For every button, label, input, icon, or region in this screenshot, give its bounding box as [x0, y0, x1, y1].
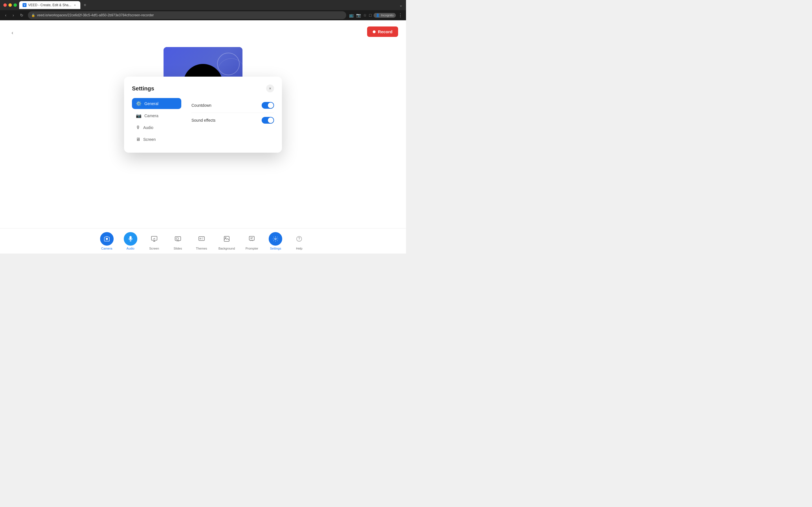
record-button[interactable]: Record: [367, 26, 398, 37]
camera-toolbar-label: Camera: [101, 247, 112, 250]
minimize-window-button[interactable]: [8, 3, 12, 7]
settings-nav-audio-label: Audio: [143, 125, 153, 130]
back-nav-button[interactable]: ‹: [3, 12, 8, 18]
maximize-window-button[interactable]: [13, 3, 17, 7]
tab-close-button[interactable]: ×: [73, 3, 77, 7]
back-button[interactable]: ‹: [8, 28, 17, 37]
microphone-settings-icon: 🎙: [136, 125, 140, 130]
settings-toolbar-icon: [269, 232, 282, 245]
camera-toolbar-icon: [100, 232, 114, 245]
modal-header: Settings ×: [132, 84, 274, 93]
title-bar: V VEED - Create, Edit & Sha... × + ⌄: [0, 0, 406, 10]
slides-toolbar-label: Slides: [174, 247, 182, 250]
camera-settings-icon: 📷: [136, 113, 142, 118]
browser-toolbar-icons: 📺 📷 ☆ □ 👤 Incognito ⋮: [349, 13, 403, 18]
tab-title: VEED - Create, Edit & Sha...: [28, 3, 71, 7]
gear-icon: ⚙️: [136, 101, 142, 106]
countdown-toggle[interactable]: [262, 102, 274, 109]
incognito-label: Incognito: [381, 13, 394, 17]
settings-nav-camera[interactable]: 📷 Camera: [132, 110, 181, 121]
settings-nav-audio[interactable]: 🎙 Audio: [132, 122, 181, 133]
bookmark-icon[interactable]: ☆: [363, 13, 367, 17]
toolbar-item-screen[interactable]: Screen: [143, 230, 165, 252]
background-toolbar-label: Background: [218, 247, 235, 250]
toolbar-item-prompter[interactable]: Prompter: [241, 230, 263, 252]
incognito-avatar: 👤: [376, 13, 380, 17]
toolbar-item-camera[interactable]: Camera: [96, 230, 118, 252]
countdown-label: Countdown: [192, 103, 211, 108]
svg-point-13: [275, 238, 276, 240]
settings-nav-screen-label: Screen: [143, 137, 156, 142]
countdown-setting-row: Countdown: [192, 98, 274, 113]
modal-close-button[interactable]: ×: [266, 84, 274, 93]
toolbar-item-slides[interactable]: Slides: [167, 230, 189, 252]
url-text: veed.io/workspaces/22ce6d2f-38c5-4df1-a8…: [37, 13, 343, 17]
tab-favicon: V: [22, 3, 27, 7]
toolbar-item-themes[interactable]: Themes: [190, 230, 213, 252]
forward-nav-button[interactable]: ›: [11, 12, 16, 18]
app-area: ‹ Record Settings × ⚙️ General �: [0, 20, 406, 253]
help-toolbar-label: Help: [296, 247, 303, 250]
sound-effects-label: Sound effects: [192, 118, 215, 122]
settings-nav-camera-label: Camera: [144, 114, 158, 118]
themes-toolbar-icon: [195, 232, 208, 245]
prompter-toolbar-icon: [245, 232, 259, 245]
modal-sidebar: ⚙️ General 📷 Camera 🎙 Audio 🖥 Screen: [132, 98, 181, 145]
camera-browser-icon[interactable]: 📷: [356, 13, 361, 17]
modal-body: ⚙️ General 📷 Camera 🎙 Audio 🖥 Screen: [132, 98, 274, 145]
settings-toolbar-label: Settings: [270, 247, 281, 250]
chevron-left-icon: ‹: [11, 30, 13, 36]
screen-settings-icon: 🖥: [136, 137, 140, 142]
slides-toolbar-icon: [171, 232, 185, 245]
prompter-toolbar-label: Prompter: [246, 247, 258, 250]
svg-rect-6: [199, 237, 204, 240]
toolbar-item-audio[interactable]: Audio: [119, 230, 142, 252]
settings-nav-general[interactable]: ⚙️ General: [132, 98, 181, 109]
new-tab-button[interactable]: +: [82, 3, 89, 8]
themes-toolbar-label: Themes: [196, 247, 207, 250]
screen-toolbar-icon: [147, 232, 161, 245]
toolbar-item-background[interactable]: Background: [214, 230, 240, 252]
traffic-lights: [3, 3, 17, 7]
address-bar-row: ‹ › ↻ 🔒 veed.io/workspaces/22ce6d2f-38c5…: [0, 10, 406, 20]
screen-toolbar-label: Screen: [149, 247, 159, 250]
record-label: Record: [378, 29, 393, 34]
settings-modal: Settings × ⚙️ General 📷 Camera 🎙 Audio: [124, 76, 282, 153]
bottom-toolbar: Camera Audio Screen: [0, 228, 406, 253]
browser-chrome: V VEED - Create, Edit & Sha... × + ⌄ ‹ ›…: [0, 0, 406, 20]
modal-title: Settings: [132, 86, 154, 92]
svg-point-15: [299, 240, 300, 241]
svg-rect-4: [175, 237, 181, 240]
svg-point-0: [106, 238, 108, 240]
more-options-button[interactable]: ⋮: [398, 13, 403, 18]
help-toolbar-icon: [292, 232, 306, 245]
cast-icon[interactable]: 📺: [349, 13, 354, 17]
close-window-button[interactable]: [3, 3, 7, 7]
reload-button[interactable]: ↻: [18, 12, 25, 18]
sound-effects-setting-row: Sound effects: [192, 113, 274, 128]
svg-point-7: [200, 238, 201, 239]
reading-list-icon[interactable]: □: [369, 13, 371, 17]
svg-rect-5: [176, 238, 179, 239]
record-dot-icon: [373, 31, 375, 33]
toolbar-item-help[interactable]: Help: [288, 230, 310, 252]
modal-content-area: Countdown Sound effects: [187, 98, 274, 145]
tab-bar: V VEED - Create, Edit & Sha... × +: [19, 1, 397, 9]
address-bar[interactable]: 🔒 veed.io/workspaces/22ce6d2f-38c5-4df1-…: [28, 11, 346, 19]
toolbar-item-settings[interactable]: Settings: [264, 230, 287, 252]
lock-icon: 🔒: [31, 13, 35, 17]
svg-rect-3: [151, 236, 157, 240]
incognito-indicator: 👤 Incognito: [373, 13, 396, 18]
svg-point-9: [225, 237, 226, 238]
settings-nav-screen[interactable]: 🖥 Screen: [132, 134, 181, 145]
audio-toolbar-icon: [124, 232, 137, 245]
sound-effects-toggle[interactable]: [262, 117, 274, 124]
settings-nav-general-label: General: [144, 101, 158, 106]
tab-strip-expand-button[interactable]: ⌄: [399, 3, 403, 7]
svg-rect-10: [249, 236, 254, 240]
background-toolbar-icon: [220, 232, 234, 245]
active-tab[interactable]: V VEED - Create, Edit & Sha... ×: [19, 1, 80, 9]
audio-toolbar-label: Audio: [126, 247, 135, 250]
